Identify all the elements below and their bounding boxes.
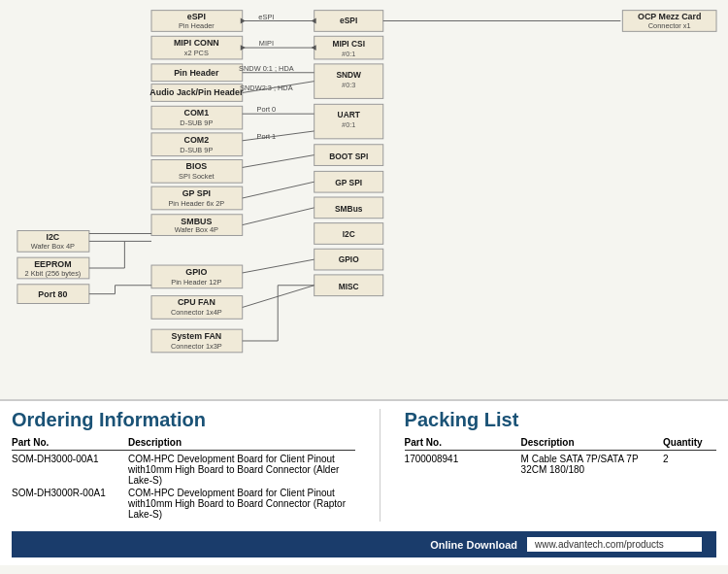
svg-text:#0:1: #0:1 [342,50,355,58]
svg-text:Wafer Box 4P: Wafer Box 4P [175,226,218,235]
svg-text:eSPI: eSPI [340,16,357,25]
bottom-columns: Ordering Information Part No. Descriptio… [12,409,716,522]
ordering-col-part: Part No. [12,437,118,448]
svg-text:COM1: COM1 [184,108,210,118]
svg-line-58 [243,155,314,168]
svg-text:Audio Jack/Pin Header: Audio Jack/Pin Header [149,87,244,97]
svg-text:Port 1: Port 1 [257,132,277,141]
download-bar: Online Download www.advantech.com/produc… [12,531,716,557]
packing-col-desc: Description [521,437,653,448]
svg-text:GP SPI: GP SPI [182,188,211,198]
svg-text:#0:3: #0:3 [342,81,355,89]
svg-text:SMBUS: SMBUS [181,217,212,226]
svg-text:Pin Header: Pin Header [174,68,219,78]
svg-text:MIPI CONN: MIPI CONN [174,38,219,48]
packing-col-part: Part No. [405,437,512,448]
packing-part: 1700008941 [405,454,512,464]
svg-text:#0:1: #0:1 [342,120,355,129]
svg-text:I2C: I2C [343,229,355,239]
ordering-rows: SOM-DH3000-00A1 COM-HPC Development Boar… [12,454,355,520]
packing-title: Packing List [405,409,716,431]
svg-text:OCP Mezz Card: OCP Mezz Card [638,12,701,21]
bottom-section: Ordering Information Part No. Descriptio… [0,399,728,565]
svg-text:Wafer Box 4P: Wafer Box 4P [31,242,75,251]
svg-text:System FAN: System FAN [172,331,222,341]
svg-text:Pin Header: Pin Header [179,21,215,30]
svg-text:CPU FAN: CPU FAN [178,297,215,307]
svg-text:BOOT SPI: BOOT SPI [329,152,368,161]
svg-text:x2 PCS: x2 PCS [184,49,209,57]
svg-text:EEPROM: EEPROM [34,259,71,269]
download-url: www.advantech.com/products [527,537,702,552]
svg-text:Connector 1x3P: Connector 1x3P [171,342,222,351]
svg-text:2 Kbit (256 bytes): 2 Kbit (256 bytes) [24,269,81,278]
svg-text:GPIO: GPIO [185,267,207,277]
svg-text:I2C: I2C [46,232,59,242]
svg-text:Connector x1: Connector x1 [648,21,691,30]
svg-text:SNDW: SNDW [336,70,361,80]
svg-text:SNDW 0:1 ; HDA: SNDW 0:1 ; HDA [239,64,294,73]
svg-text:Port 80: Port 80 [38,289,67,299]
packing-qty: 2 [663,454,716,464]
ordering-part: SOM-DH3000R-00A1 [12,488,118,498]
svg-line-70 [243,259,314,273]
ordering-desc: COM-HPC Development Board for Client Pin… [128,488,355,520]
svg-text:MIPI CSI: MIPI CSI [332,39,365,49]
svg-text:GPIO: GPIO [339,254,359,264]
svg-text:Pin Header 6x 2P: Pin Header 6x 2P [168,199,224,208]
diagram-area: .box-fill { fill: #f0ead8; stroke: #999;… [0,0,728,399]
block-diagram: .box-fill { fill: #f0ead8; stroke: #999;… [10,6,718,389]
packing-col-qty: Quantity [663,437,716,448]
svg-line-53 [243,131,314,141]
ordering-col-desc: Description [128,437,355,448]
svg-text:eSPI: eSPI [187,13,206,22]
packing-row: 1700008941 M Cable SATA 7P/SATA 7P 32CM … [405,454,716,475]
ordering-row: SOM-DH3000-00A1 COM-HPC Development Boar… [12,454,355,486]
svg-text:UART: UART [338,110,361,119]
svg-text:D-SUB 9P: D-SUB 9P [180,146,213,154]
ordering-title: Ordering Information [12,409,355,431]
svg-text:Pin Header 12P: Pin Header 12P [171,278,221,287]
svg-text:MISC: MISC [339,282,359,291]
block-diagram-svg: .box-fill { fill: #f0ead8; stroke: #999;… [10,6,718,389]
svg-line-62 [243,182,314,198]
section-divider [380,409,381,522]
ordering-table-header: Part No. Description [12,437,355,451]
svg-text:SNDW2:3 ; HDA: SNDW2:3 ; HDA [240,84,293,93]
ordering-section: Ordering Information Part No. Descriptio… [12,409,355,522]
download-label: Online Download [430,539,517,551]
svg-text:BIOS: BIOS [186,161,208,171]
svg-text:Port 0: Port 0 [257,105,277,114]
packing-section: Packing List Part No. Description Quanti… [405,409,716,522]
packing-rows: 1700008941 M Cable SATA 7P/SATA 7P 32CM … [405,454,716,475]
svg-text:MIPI: MIPI [259,39,274,48]
svg-text:GP SPI: GP SPI [335,178,362,187]
ordering-part: SOM-DH3000-00A1 [12,454,118,464]
svg-text:SPI Socket: SPI Socket [179,172,214,181]
ordering-desc: COM-HPC Development Board for Client Pin… [128,454,355,486]
svg-line-66 [243,208,314,225]
ordering-row: SOM-DH3000R-00A1 COM-HPC Development Boa… [12,488,355,520]
svg-text:Connector 1x4P: Connector 1x4P [171,308,222,317]
svg-text:eSPI: eSPI [258,13,274,21]
svg-text:D-SUB 9P: D-SUB 9P [180,118,213,127]
svg-text:SMBus: SMBus [335,204,363,214]
packing-table-header: Part No. Description Quantity [405,437,716,451]
svg-text:COM2: COM2 [184,135,210,145]
packing-desc: M Cable SATA 7P/SATA 7P 32CM 180/180 [521,454,653,475]
